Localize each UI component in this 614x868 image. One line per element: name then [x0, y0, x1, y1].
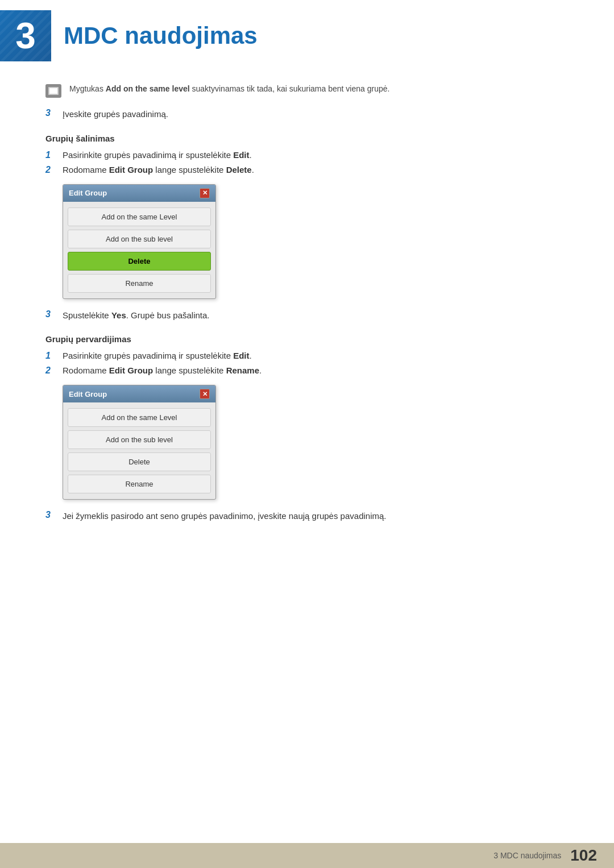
pervardijimas-step-1-text: Pasirinkite grupės pavadinimą ir spustel…: [63, 351, 252, 360]
dialog-btn-add-sub-level-2[interactable]: Add on the sub level: [68, 430, 211, 449]
pervardijimas-step-1: 1 Pasirinkite grupės pavadinimą ir spust…: [45, 351, 569, 361]
chapter-number: 3: [15, 18, 36, 54]
salinimas-steps: 1 Pasirinkite grupės pavadinimą ir spust…: [45, 150, 569, 175]
edit-group-dialog-salinimas: Edit Group ✕ Add on the same Level Add o…: [63, 184, 216, 299]
step-intro-3: 3 Įveskite grupės pavadinimą.: [45, 108, 569, 121]
dialog-title-pervardijimas: Edit Group: [69, 390, 107, 398]
pervardijimas-steps: 1 Pasirinkite grupės pavadinimą ir spust…: [45, 351, 569, 376]
section-heading-salinimas: Grupių šalinimas: [45, 134, 569, 143]
dialog-close-button-salinimas[interactable]: ✕: [200, 188, 210, 198]
dialog-body-pervardijimas: Add on the same Level Add on the sub lev…: [63, 402, 215, 499]
main-content: Mygtukas Add on the same level suaktyvin…: [0, 77, 614, 555]
dialog-body-salinimas: Add on the same Level Add on the sub lev…: [63, 202, 215, 298]
pervardijimas-step-1-num: 1: [45, 351, 57, 361]
salinimas-step-2-num: 2: [45, 165, 57, 175]
chapter-header: 3 MDC naudojimas: [0, 0, 614, 72]
step-text-intro: Įveskite grupės pavadinimą.: [63, 108, 168, 121]
pervardijimas-step-2-text: Rodomame Edit Group lange spustelėkite R…: [63, 366, 262, 375]
pervardijimas-step-3: 3 Jei žymeklis pasirodo ant seno grupės …: [45, 510, 569, 523]
dialog-btn-add-same-level-2[interactable]: Add on the same Level: [68, 408, 211, 427]
edit-group-dialog-pervardijimas: Edit Group ✕ Add on the same Level Add o…: [63, 385, 216, 500]
dialog-btn-add-sub-level-1[interactable]: Add on the sub level: [68, 230, 211, 248]
salinimas-step-3-num: 3: [45, 309, 57, 319]
dialog-wrapper-pervardijimas: Edit Group ✕ Add on the same Level Add o…: [63, 385, 569, 500]
dialog-btn-delete-1[interactable]: Delete: [68, 252, 211, 271]
note-icon-inner: [48, 87, 59, 95]
dialog-wrapper-salinimas: Edit Group ✕ Add on the same Level Add o…: [63, 184, 569, 299]
step-num-intro: 3: [45, 108, 57, 118]
dialog-titlebar-pervardijimas: Edit Group ✕: [63, 385, 215, 402]
dialog-close-button-pervardijimas[interactable]: ✕: [200, 389, 210, 399]
dialog-btn-delete-2[interactable]: Delete: [68, 452, 211, 471]
dialog-titlebar-salinimas: Edit Group ✕: [63, 185, 215, 202]
footer-section-label: 3 MDC naudojimas: [493, 851, 561, 860]
salinimas-step-1-num: 1: [45, 150, 57, 160]
pervardijimas-step-3-num: 3: [45, 510, 57, 520]
dialog-btn-add-same-level-1[interactable]: Add on the same Level: [68, 207, 211, 226]
salinimas-step-3-text: Spustelėkite Yes. Grupė bus pašalinta.: [63, 309, 210, 322]
pervardijimas-step-2-num: 2: [45, 366, 57, 376]
section-heading-pervardijimas: Grupių pervardijimas: [45, 334, 569, 344]
salinimas-step-1: 1 Pasirinkite grupės pavadinimą ir spust…: [45, 150, 569, 160]
note-icon: [45, 84, 61, 98]
footer-page-number: 102: [570, 848, 597, 863]
salinimas-step-1-text: Pasirinkite grupės pavadinimą ir spustel…: [63, 150, 252, 160]
pervardijimas-step-2: 2 Rodomame Edit Group lange spustelėkite…: [45, 366, 569, 376]
dialog-title-salinimas: Edit Group: [69, 189, 107, 197]
chapter-number-box: 3: [0, 10, 51, 61]
page-footer: 3 MDC naudojimas 102: [0, 843, 614, 868]
note-text: Mygtukas Add on the same level suaktyvin…: [69, 83, 389, 95]
salinimas-step-2-text: Rodomame Edit Group lange spustelėkite D…: [63, 165, 254, 175]
salinimas-step-2: 2 Rodomame Edit Group lange spustelėkite…: [45, 165, 569, 175]
dialog-btn-rename-1[interactable]: Rename: [68, 274, 211, 293]
salinimas-step-3: 3 Spustelėkite Yes. Grupė bus pašalinta.: [45, 309, 569, 322]
chapter-title: MDC naudojimas: [64, 22, 258, 49]
pervardijimas-step-3-text: Jei žymeklis pasirodo ant seno grupės pa…: [63, 510, 386, 523]
note-row: Mygtukas Add on the same level suaktyvin…: [45, 83, 569, 98]
dialog-btn-rename-2[interactable]: Rename: [68, 475, 211, 493]
